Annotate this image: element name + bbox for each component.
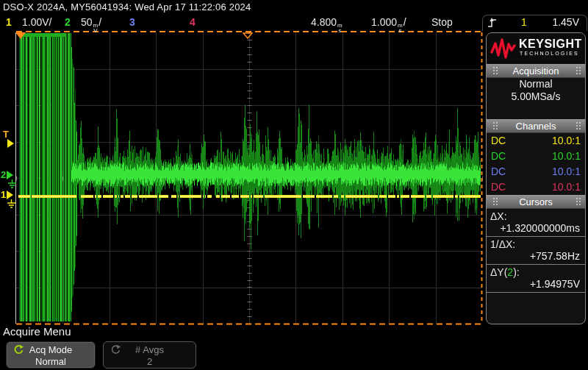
ch2-info-row: DC 10.0:1 — [487, 149, 585, 164]
ch2-ground-marker[interactable]: 2 — [1, 170, 13, 179]
ch3-number[interactable]: 3 — [129, 16, 135, 28]
trigger-status[interactable]: 1 1.45V — [482, 15, 587, 31]
acq-mode-softkey[interactable]: Acq Mode Normal — [6, 341, 96, 369]
trigger-level-arrow-icon — [7, 139, 14, 148]
oscilloscope-screen: DSO-X 2024A, MY56041934: Wed Apr 17 11:2… — [0, 0, 588, 370]
sample-rate-value: 5.00MSa/s — [487, 90, 585, 103]
ch4-number[interactable]: 4 — [190, 16, 196, 28]
run-state: Stop — [431, 16, 453, 28]
ch1-arrow-icon — [7, 191, 13, 199]
ch1-ground-marker[interactable]: 1 — [1, 190, 13, 199]
instrument-id: DSO-X 2024A, MY56041934: Wed Apr 17 11:2… — [3, 1, 251, 13]
brand-name: KEYSIGHT — [519, 38, 582, 51]
status-bar: 1 1.00V/ 2 50mV/ 3 4 4.800ms 1.000ms/ St… — [0, 15, 588, 31]
delta-y-value: +1.94975V — [487, 278, 585, 292]
ch2-unit-stack: mV — [93, 23, 98, 33]
grip-icon — [573, 122, 578, 130]
rotary-select-icon-disabled — [110, 344, 121, 358]
softkey-label: # Avgs — [135, 344, 164, 355]
timebase-unit-stack: ms — [398, 23, 403, 33]
keysight-spark-icon — [490, 38, 517, 63]
inv-delta-x-value: +757.58Hz — [487, 250, 585, 264]
acquisition-section-header[interactable]: Acquisition — [487, 64, 585, 78]
trigger-level-marker[interactable]: T — [3, 129, 9, 139]
cursors-section-header[interactable]: Cursors — [487, 195, 585, 209]
grip-icon — [490, 198, 495, 206]
ch3-info-row: DC 10.0:1 — [487, 164, 585, 179]
delta-x-value: +1.320000000ms — [487, 222, 585, 236]
grip-icon — [573, 198, 578, 206]
ch1-info-row: DC 10.0:1 — [487, 133, 585, 149]
ch2-number[interactable]: 2 — [65, 16, 71, 28]
timebase-readout[interactable]: 1.000ms/ — [371, 16, 406, 33]
info-sidebar: KEYSIGHT TECHNOLOGIES Acquisition Normal… — [486, 32, 586, 324]
delta-y-source: 2 — [507, 266, 513, 278]
channels-section-header[interactable]: Channels — [487, 119, 585, 133]
softkey-label: Acq Mode — [29, 344, 73, 355]
title-bar: DSO-X 2024A, MY56041934: Wed Apr 17 11:2… — [0, 0, 588, 15]
ch2-arrow-icon — [7, 171, 13, 179]
ch4-info-row: DC 10.0:1 — [487, 179, 585, 195]
menu-title: Acquire Menu — [3, 325, 71, 338]
delta-y-label: ΔY(2): — [487, 265, 585, 278]
grip-icon — [573, 67, 578, 75]
delta-x-label: ΔX: — [487, 209, 585, 222]
grip-icon — [490, 122, 495, 130]
inv-delta-x-label: 1/ΔX: — [487, 237, 585, 250]
ch1-ground-icon — [7, 199, 16, 209]
divider — [487, 292, 585, 293]
delay-unit-stack: ms — [337, 23, 343, 33]
rising-edge-trigger-icon — [487, 17, 497, 31]
ch2-scale[interactable]: 50mV/ — [81, 16, 101, 33]
time-reference-marker[interactable] — [243, 32, 253, 39]
ch1-scale[interactable]: 1.00V/ — [22, 16, 51, 28]
delay-readout[interactable]: 4.800ms — [311, 16, 343, 33]
grip-icon — [490, 67, 495, 75]
trigger-level-value: 1.45V — [552, 16, 579, 28]
brand-sub: TECHNOLOGIES — [520, 51, 579, 56]
trigger-time-marker[interactable] — [15, 32, 26, 39]
num-avgs-softkey[interactable]: # Avgs 2 — [103, 341, 196, 369]
keysight-logo: KEYSIGHT TECHNOLOGIES — [487, 33, 585, 64]
ch1-number[interactable]: 1 — [6, 16, 12, 28]
acq-mode-value: Normal — [487, 78, 585, 90]
ch2-ground-icon — [7, 179, 17, 189]
rotary-select-icon — [13, 344, 24, 358]
trigger-source: 1 — [521, 16, 527, 28]
